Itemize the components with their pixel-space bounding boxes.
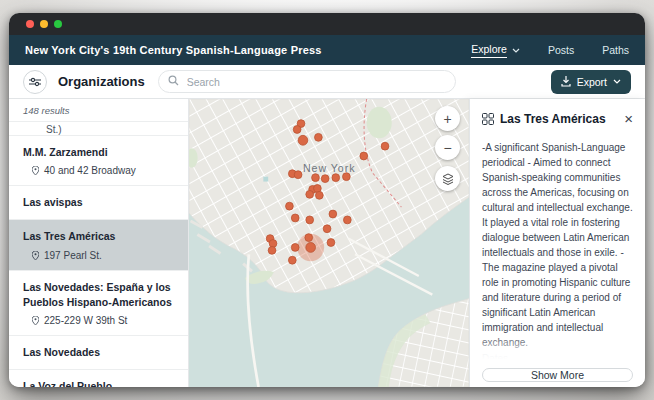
filter-button[interactable] <box>23 70 47 94</box>
map-marker[interactable] <box>343 216 351 224</box>
zoom-out-button[interactable]: − <box>435 135 460 160</box>
list-item[interactable]: Las Novedades <box>9 336 188 370</box>
desktop-background: New York City's 19th Century Spanish-Lan… <box>0 0 654 400</box>
map-marker[interactable] <box>293 126 301 134</box>
list-item[interactable]: M.M. Zarzamendi 40 and 42 Broadway <box>9 136 188 186</box>
map-base: New York <box>189 99 469 387</box>
item-address: 225-229 W 39th St <box>44 315 127 326</box>
window-titlebar <box>9 13 645 35</box>
download-icon <box>561 76 571 87</box>
layers-icon <box>442 173 454 185</box>
list-item-selected[interactable]: Las Tres Américas 197 Pearl St. <box>9 220 188 270</box>
map-marker[interactable] <box>315 133 323 141</box>
map-canvas[interactable]: New York + − <box>189 99 469 387</box>
list-item[interactable]: Las avispas <box>9 186 188 220</box>
description-container: -A significant Spanish-Language periodic… <box>470 136 645 364</box>
top-navbar: New York City's 19th Century Spanish-Lan… <box>9 35 645 65</box>
zoom-in-button[interactable]: + <box>435 106 460 131</box>
list-item[interactable]: Las Novedades: España y los Pueblos Hisp… <box>9 271 188 336</box>
location-pin-icon <box>32 166 39 175</box>
nav-item-explore[interactable]: Explore <box>471 43 520 58</box>
chevron-down-icon <box>613 79 621 84</box>
map-marker[interactable] <box>306 216 314 224</box>
minimize-window-button[interactable] <box>40 20 48 28</box>
map-controls: + − <box>435 106 460 191</box>
app-title: New York City's 19th Century Spanish-Lan… <box>25 44 322 56</box>
nav-links: Explore Posts Paths <box>471 43 629 58</box>
main-content: 148 results St.) M.M. Zarzamendi 40 and … <box>9 99 645 387</box>
map-marker[interactable] <box>306 243 316 253</box>
map-marker[interactable] <box>298 135 308 145</box>
results-count: 148 results <box>9 99 188 122</box>
map-marker[interactable] <box>315 191 323 199</box>
app-window: New York City's 19th Century Spanish-Lan… <box>9 13 645 387</box>
search-input[interactable] <box>158 70 456 93</box>
zoom-window-button[interactable] <box>54 20 62 28</box>
map-marker[interactable] <box>332 174 340 182</box>
page-title: Organizations <box>58 74 145 89</box>
map-city-label: New York <box>303 162 356 174</box>
list-item[interactable]: La Voz del Pueblo <box>9 370 188 387</box>
nav-item-paths[interactable]: Paths <box>602 44 629 56</box>
map-marker[interactable] <box>329 210 337 218</box>
nav-item-posts[interactable]: Posts <box>548 44 574 56</box>
item-address: 197 Pearl St. <box>44 250 102 261</box>
map-marker[interactable] <box>381 142 389 150</box>
map-marker[interactable] <box>268 246 276 254</box>
map-marker[interactable] <box>343 173 351 181</box>
map-marker[interactable] <box>306 190 314 198</box>
show-more-button[interactable]: Show More <box>482 368 633 382</box>
chevron-down-icon <box>512 48 520 53</box>
location-pin-icon <box>32 251 39 260</box>
map-marker[interactable] <box>294 171 302 179</box>
map-marker[interactable] <box>321 175 329 183</box>
map-marker[interactable] <box>305 234 313 242</box>
close-panel-button[interactable]: × <box>622 111 635 126</box>
description-truncated-text: Dates <box>482 353 633 364</box>
map-pool <box>263 177 268 182</box>
detail-title: Las Tres Américas <box>500 112 616 126</box>
detail-panel: Las Tres Américas × -A significant Spani… <box>469 99 645 387</box>
map-marker[interactable] <box>323 225 331 233</box>
location-pin-icon <box>32 316 39 325</box>
map-marker[interactable] <box>360 152 368 160</box>
map-marker[interactable] <box>291 214 299 222</box>
search-field <box>158 70 456 93</box>
close-window-button[interactable] <box>26 20 34 28</box>
item-address: 40 and 42 Broadway <box>44 165 136 176</box>
map-marker[interactable] <box>327 239 335 247</box>
search-icon <box>168 75 179 86</box>
map-layers-button[interactable] <box>435 166 460 191</box>
organizations-sidebar: 148 results St.) M.M. Zarzamendi 40 and … <box>9 99 189 387</box>
description-text: -A significant Spanish-Language periodic… <box>482 140 633 350</box>
map-marker[interactable] <box>286 202 294 210</box>
organization-icon <box>482 113 494 125</box>
detail-panel-header: Las Tres Américas × <box>470 99 645 136</box>
map-marker[interactable] <box>291 243 299 251</box>
filter-sliders-icon <box>29 77 41 87</box>
toolbar: Organizations Exp <box>9 65 645 99</box>
list-item-partial[interactable]: St.) <box>9 122 188 136</box>
map-marker[interactable] <box>288 256 296 264</box>
map-marker[interactable] <box>312 174 320 182</box>
export-button[interactable]: Export <box>551 70 631 94</box>
